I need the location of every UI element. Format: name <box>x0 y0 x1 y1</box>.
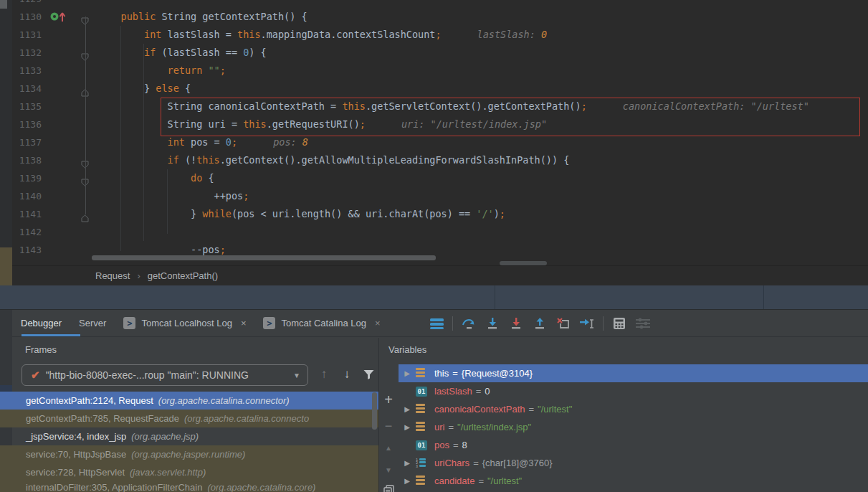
expand-arrow-icon[interactable]: ▶ <box>399 459 416 467</box>
frame-down-button[interactable]: ↓ <box>338 366 356 383</box>
tab-tomcat-catalina-log[interactable]: >Tomcat Catalina Log× <box>254 310 388 336</box>
code-line: 1139 do { <box>0 169 868 187</box>
code-text <box>97 223 868 241</box>
gutter-zone[interactable] <box>42 205 97 223</box>
frame-up-button[interactable]: ↑ <box>315 366 333 383</box>
gutter-zone[interactable] <box>42 8 97 26</box>
code-line: 1133 return ""; <box>0 62 868 80</box>
step-over-icon[interactable] <box>461 316 477 331</box>
code-line: 1129 <box>0 0 868 8</box>
frames-scrollbar[interactable] <box>372 392 377 430</box>
frame-package: (org.apache.catalina.core) <box>207 482 315 492</box>
code-text: if (lastSlash == 0) { <box>97 44 868 62</box>
variable-name: uriChars <box>434 458 469 468</box>
code-editor[interactable]: 11291130 public String getContextPath() … <box>0 0 868 265</box>
gutter-zone[interactable] <box>42 80 97 98</box>
variable-value: 8 <box>462 440 467 450</box>
step-out-icon[interactable] <box>532 316 548 331</box>
editor-horizontal-scrollbar[interactable] <box>92 255 436 260</box>
variable-value: {char[18]@3760} <box>482 458 553 468</box>
expand-arrow-icon[interactable]: ▶ <box>399 423 416 431</box>
band-divider <box>495 285 495 309</box>
variable-row-this[interactable]: ▶this={Request@3104} <box>399 364 868 382</box>
drop-frame-icon[interactable] <box>555 316 571 331</box>
menu-icon[interactable] <box>429 316 444 331</box>
tab-debugger[interactable]: Debugger <box>12 310 70 336</box>
variable-name: canonicalContextPath <box>434 404 525 415</box>
ide-window: 11291130 public String getContextPath() … <box>0 0 868 492</box>
evaluate-expression-icon[interactable] <box>611 316 627 331</box>
tab-server[interactable]: Server <box>70 310 115 336</box>
code-line: 1140 ++pos; <box>0 187 868 205</box>
frame-package: (org.apache.catalina.connector) <box>158 395 290 406</box>
toolbar-separator <box>603 316 604 331</box>
run-to-cursor-icon[interactable] <box>579 316 595 331</box>
gutter-zone[interactable] <box>42 98 97 115</box>
frame-package: (org.apache.jasper.runtime) <box>131 449 245 460</box>
primitive-type-icon: 01 <box>416 387 434 397</box>
close-icon[interactable]: × <box>375 318 381 328</box>
equals-sign: = <box>448 422 454 432</box>
indent-guide <box>143 44 144 241</box>
thread-dropdown[interactable]: ✔ "http-bio-8080-exec-...roup "main": RU… <box>22 364 308 386</box>
step-into-icon[interactable] <box>485 316 500 331</box>
frames-panel-title: Frames <box>25 338 57 361</box>
gutter-zone[interactable] <box>42 133 97 151</box>
gutter-zone[interactable] <box>42 187 97 205</box>
code-line: 1134 } else { <box>0 80 868 98</box>
variable-row-lastSlash[interactable]: 01lastSlash=0 <box>399 382 868 400</box>
variable-name: this <box>434 368 449 379</box>
override-marker-icon[interactable] <box>50 11 67 22</box>
indent-guide <box>120 26 121 251</box>
stack-frame-row[interactable]: getContextPath:785, RequestFacade(org.ap… <box>0 410 378 427</box>
stack-frame-row[interactable]: service:70, HttpJspBase(org.apache.jaspe… <box>0 445 378 463</box>
filter-frames-button[interactable] <box>360 366 377 383</box>
variable-row-candidate[interactable]: ▶candidate="/urltest" <box>399 472 868 490</box>
object-type-icon <box>416 422 434 432</box>
move-up-icon[interactable]: ▲ <box>378 438 399 457</box>
gutter-zone[interactable] <box>42 62 97 80</box>
close-icon[interactable]: × <box>241 318 247 328</box>
move-down-icon[interactable]: ▼ <box>378 460 399 479</box>
tab-tomcat-localhost-log[interactable]: >Tomcat Localhost Log× <box>115 310 254 336</box>
copy-icon[interactable] <box>378 481 399 492</box>
panel-headers: Frames Variables <box>0 338 868 361</box>
gutter-zone[interactable] <box>42 115 97 133</box>
variable-value: "/urltest" <box>487 476 522 486</box>
add-watch-icon[interactable]: + <box>378 390 399 409</box>
breadcrumb-method[interactable]: getContextPath() <box>148 270 218 281</box>
variable-row-uri[interactable]: ▶uri="/urltest/index.jsp" <box>399 418 868 436</box>
frame-method: getContextPath:785, RequestFacade <box>26 413 179 424</box>
stack-frame-row[interactable]: service:728, HttpServlet(javax.servlet.h… <box>0 463 378 481</box>
remove-watch-icon[interactable]: − <box>378 417 399 435</box>
layout-settings-icon[interactable] <box>635 316 651 331</box>
equals-sign: = <box>452 368 458 379</box>
code-text: } else { <box>97 80 868 98</box>
stack-frame-row[interactable]: internalDoFilter:305, ApplicationFilterC… <box>0 481 378 492</box>
code-text: do { <box>97 169 868 187</box>
expand-arrow-icon[interactable]: ▶ <box>399 405 416 413</box>
gutter-zone[interactable] <box>42 223 97 241</box>
gutter-zone[interactable] <box>42 26 97 44</box>
breadcrumb-separator-icon: › <box>137 270 140 281</box>
gutter-zone[interactable] <box>42 0 97 8</box>
gutter-zone[interactable] <box>42 241 97 259</box>
variable-row-canonicalContextPath[interactable]: ▶canonicalContextPath="/urltest" <box>399 400 868 418</box>
stack-frame-row[interactable]: _jspService:4, index_jsp(org.apache.jsp) <box>0 427 378 445</box>
gutter-zone[interactable] <box>42 169 97 187</box>
code-line: 1131 int lastSlash = this.mappingData.co… <box>0 26 868 44</box>
stack-frame-row[interactable]: getContextPath:2124, Request(org.apache.… <box>0 392 378 410</box>
gutter-zone[interactable] <box>42 151 97 169</box>
breadcrumb-class[interactable]: Request <box>95 270 130 281</box>
frame-package: (org.apache.jsp) <box>131 431 199 442</box>
expand-arrow-icon[interactable]: ▶ <box>399 369 416 377</box>
variable-value: "/urltest" <box>538 404 572 415</box>
expand-arrow-icon[interactable]: ▶ <box>399 477 416 485</box>
console-icon: > <box>123 317 135 329</box>
thread-dropdown-value: "http-bio-8080-exec-...roup "main": RUNN… <box>46 369 287 381</box>
force-step-into-icon[interactable] <box>508 316 524 331</box>
code-text: public String getContextPath() { <box>97 8 868 26</box>
gutter-zone[interactable] <box>42 44 97 62</box>
variable-row-pos[interactable]: 01pos=8 <box>399 436 868 454</box>
variable-row-uriChars[interactable]: ▶123uriChars={char[18]@3760} <box>399 454 868 472</box>
